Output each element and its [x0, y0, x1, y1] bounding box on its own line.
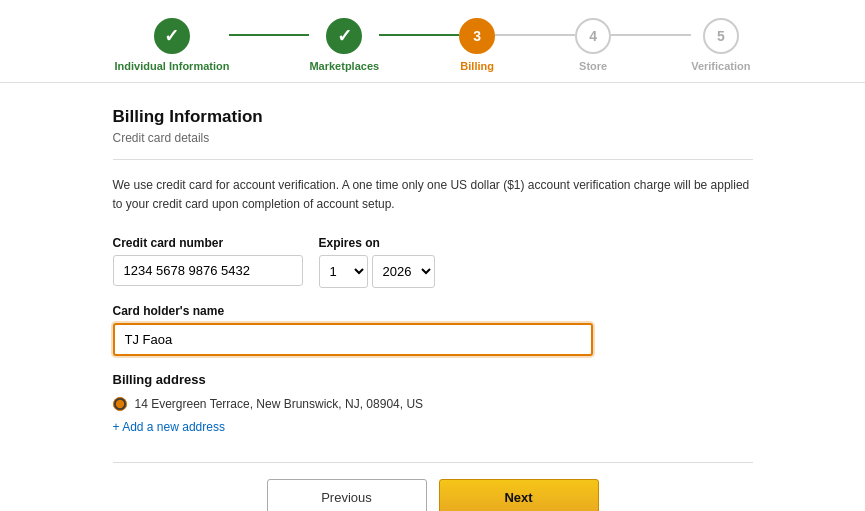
step-wrapper-5: 5 Verification	[691, 18, 750, 72]
step-number-4: 4	[589, 28, 597, 44]
billing-address-title: Billing address	[113, 372, 753, 387]
step-store: 4 Store	[575, 18, 611, 72]
step-line-3	[495, 34, 575, 36]
step-individual: ✓ Individual Information	[115, 18, 230, 72]
step-circle-5: 5	[703, 18, 739, 54]
top-divider	[113, 159, 753, 160]
step-label-3: Billing	[460, 60, 494, 72]
step-number-3: 3	[473, 28, 481, 44]
add-address-link[interactable]: + Add a new address	[113, 420, 225, 434]
address-option: 14 Evergreen Terrace, New Brunswick, NJ,…	[113, 397, 753, 411]
step-billing: 3 Billing	[459, 18, 495, 72]
step-wrapper-2: ✓ Marketplaces	[309, 18, 459, 72]
step-number-5: 5	[717, 28, 725, 44]
step-label-4: Store	[579, 60, 607, 72]
step-label-5: Verification	[691, 60, 750, 72]
step-label-2: Marketplaces	[309, 60, 379, 72]
billing-address-section: Billing address 14 Evergreen Terrace, Ne…	[113, 372, 753, 434]
checkmark-icon-2: ✓	[337, 25, 352, 47]
button-row: Previous Next	[113, 462, 753, 511]
step-wrapper-1: ✓ Individual Information	[115, 18, 310, 72]
next-button[interactable]: Next	[439, 479, 599, 511]
card-expires-row: Credit card number Expires on 1 2 3 4 5 …	[113, 236, 753, 288]
step-circle-4: 4	[575, 18, 611, 54]
main-content: Billing Information Credit card details …	[93, 83, 773, 511]
previous-button[interactable]: Previous	[267, 479, 427, 511]
step-line-2	[379, 34, 459, 36]
expires-selects: 1 2 3 4 5 6 7 8 9 10 11 12 2024 2025 202…	[319, 255, 435, 288]
credit-card-label: Credit card number	[113, 236, 303, 250]
checkmark-icon-1: ✓	[164, 25, 179, 47]
credit-card-group: Credit card number	[113, 236, 303, 286]
step-wrapper-4: 4 Store	[575, 18, 691, 72]
cardholder-group: Card holder's name	[113, 304, 753, 356]
step-circle-1: ✓	[154, 18, 190, 54]
cardholder-input[interactable]	[113, 323, 593, 356]
cardholder-label: Card holder's name	[113, 304, 753, 318]
info-text: We use credit card for account verificat…	[113, 176, 753, 214]
progress-bar: ✓ Individual Information ✓ Marketplaces …	[0, 0, 865, 83]
step-label-1: Individual Information	[115, 60, 230, 72]
section-subtitle: Credit card details	[113, 131, 753, 145]
expires-year-select[interactable]: 2024 2025 2026 2027 2028 2029 2030	[372, 255, 435, 288]
step-circle-3: 3	[459, 18, 495, 54]
expires-month-select[interactable]: 1 2 3 4 5 6 7 8 9 10 11 12	[319, 255, 368, 288]
step-circle-2: ✓	[326, 18, 362, 54]
address-radio[interactable]	[113, 397, 127, 411]
credit-card-input[interactable]	[113, 255, 303, 286]
step-verification: 5 Verification	[691, 18, 750, 72]
expires-group: Expires on 1 2 3 4 5 6 7 8 9 10 11 12	[319, 236, 435, 288]
expires-label: Expires on	[319, 236, 435, 250]
step-line-4	[611, 34, 691, 36]
step-marketplaces: ✓ Marketplaces	[309, 18, 379, 72]
address-text: 14 Evergreen Terrace, New Brunswick, NJ,…	[135, 397, 424, 411]
step-wrapper-3: 3 Billing	[459, 18, 575, 72]
step-line-1	[229, 34, 309, 36]
section-title: Billing Information	[113, 107, 753, 127]
